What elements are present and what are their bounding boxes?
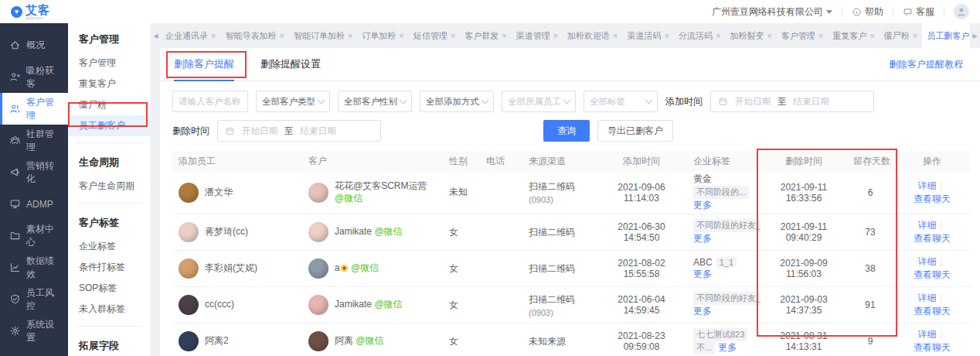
divider: | — [940, 180, 942, 191]
customer-gender-select[interactable]: 全部客户性别 — [338, 91, 412, 112]
nav-section-title: 拓展字段 — [68, 333, 150, 356]
help-button[interactable]: 帮助 — [852, 5, 883, 19]
sidebar-item-staff-risk[interactable]: 员工风控 — [0, 283, 68, 315]
workspace-tab[interactable]: 僵尸粉× — [880, 23, 922, 48]
export-deleted-button[interactable]: 导出已删客户 — [597, 120, 673, 142]
close-icon[interactable]: × — [716, 32, 720, 40]
add-time-cell: 2021-09-06 11:14:03 — [596, 171, 687, 214]
more-tags-link[interactable]: 更多 — [718, 342, 737, 353]
source-sub-text: (0903) — [529, 195, 590, 204]
app-window: { "header": { "logo_text": "艾客", "logo_s… — [0, 0, 980, 356]
workspace-tab[interactable]: 企业通讯录× — [161, 23, 220, 48]
sidebar-item-system-settings[interactable]: 系统设置 — [0, 315, 68, 347]
detail-link[interactable]: 详细 — [917, 180, 936, 191]
close-icon[interactable]: × — [348, 32, 352, 40]
column-header: 电话 — [480, 151, 522, 171]
workspace-tab[interactable]: 客户群发× — [460, 23, 511, 48]
workspace-tab[interactable]: 订单加粉× — [357, 23, 408, 48]
nav-item-sop-tags[interactable]: SOP标签 — [68, 278, 150, 299]
close-icon[interactable]: × — [913, 32, 917, 40]
sidebar-item-admp[interactable]: ADMP — [0, 188, 68, 220]
tabs-scroll-left-icon[interactable]: ◀ — [151, 23, 161, 48]
nav-item-customer-mgmt[interactable]: 客户管理 — [68, 53, 150, 74]
detail-link[interactable]: 详细 — [917, 293, 936, 303]
tab-bar: ◀ 企业通讯录×智能导表加粉×智能订单加粉×订单加粉×短信管理×客户群发×渠道管… — [151, 23, 980, 48]
delete-time-label: 删除时间 — [172, 125, 209, 138]
workspace-tab[interactable]: 重复客户× — [828, 23, 879, 48]
workspace-tab[interactable]: 员工删客户× — [922, 23, 970, 48]
close-icon[interactable]: × — [502, 32, 506, 40]
close-icon[interactable]: × — [553, 32, 558, 40]
close-icon[interactable]: × — [767, 32, 771, 40]
view-chat-link[interactable]: 查看聊天 — [914, 306, 951, 317]
company-switcher[interactable]: 广州壹豆网络科技有限公司 — [712, 5, 832, 19]
close-icon[interactable]: × — [399, 32, 403, 40]
sidebar-item-customer-mgmt[interactable]: 客户管理 — [0, 93, 68, 125]
nav-item-staff-deleted-customers[interactable]: 员工删客户 — [68, 115, 150, 136]
chevron-down-icon — [318, 97, 325, 104]
sidebar-item-marketing[interactable]: 营销转化 — [0, 156, 68, 188]
sidebar-item-overview[interactable]: 概况 — [0, 29, 68, 61]
avatar — [308, 331, 328, 351]
workspace-tab[interactable]: 智能导表加粉× — [220, 23, 288, 48]
workspace-tab[interactable]: 加粉裂变× — [725, 23, 776, 48]
nav-item-customer-lifecycle[interactable]: 客户生命周期 — [68, 176, 150, 197]
detail-link[interactable]: 详细 — [917, 220, 936, 231]
user-avatar[interactable] — [954, 4, 969, 19]
owner-staff-select[interactable]: 全部所属员工 — [502, 91, 576, 112]
more-tags-link[interactable]: 更多 — [693, 306, 712, 317]
wechat-badge: @微信 — [356, 335, 383, 346]
workspace-tab[interactable]: 渠道活码× — [623, 23, 674, 48]
add-time-label: 添加时间 — [665, 95, 703, 108]
customer-name: 阿离 @微信 — [335, 335, 384, 347]
delete-time-range-picker[interactable]: 开始日期 至 结束日期 — [217, 120, 381, 142]
workspace-tab[interactable]: 短信管理× — [409, 23, 460, 48]
close-icon[interactable]: × — [211, 32, 216, 40]
detail-link[interactable]: 详细 — [917, 329, 936, 340]
calendar-icon — [225, 126, 235, 136]
megaphone-icon — [9, 166, 21, 178]
add-time-range-picker[interactable]: 开始日期 至 结束日期 — [710, 91, 874, 112]
workspace-tab[interactable]: 客户管理× — [777, 23, 828, 48]
detail-link[interactable]: 详细 — [917, 256, 936, 267]
close-icon[interactable]: × — [869, 32, 874, 40]
workspace-tab[interactable]: 渠道管理× — [512, 23, 563, 48]
close-icon[interactable]: × — [613, 32, 618, 40]
nav-item-condition-tags[interactable]: 条件打标签 — [68, 257, 150, 278]
view-chat-link[interactable]: 查看聊天 — [914, 269, 951, 280]
view-chat-link[interactable]: 查看聊天 — [914, 233, 951, 244]
tab-reminder-settings[interactable]: 删除提醒设置 — [260, 48, 321, 80]
customer-service-button[interactable]: 客服 — [903, 5, 934, 19]
customer-type-select[interactable]: 全部客户类型 — [256, 91, 330, 112]
more-tags-link[interactable]: 更多 — [693, 233, 712, 244]
nav-item-not-in-group-tags[interactable]: 未入群标签 — [68, 299, 150, 320]
search-button[interactable]: 查询 — [543, 120, 590, 142]
tab-delete-reminder[interactable]: 删除客户提醒 — [174, 48, 234, 80]
sidebar-item-community-mgmt[interactable]: 社群管理 — [0, 125, 68, 156]
more-tags-link[interactable]: 更多 — [693, 269, 712, 279]
nav-item-corp-tags[interactable]: 企业标签 — [68, 236, 150, 257]
add-time-cell: 2021-08-23 09:59:08 — [596, 323, 687, 356]
nav-item-zombie-fans[interactable]: 僵尸粉 — [68, 94, 150, 115]
add-method-select[interactable]: 全部添加方式 — [420, 91, 494, 112]
view-chat-link[interactable]: 查看聊天 — [914, 342, 951, 353]
sidebar-item-data-performance[interactable]: 数据绩效 — [0, 252, 68, 283]
close-icon[interactable]: × — [818, 32, 823, 40]
chevron-down-icon — [645, 97, 653, 104]
view-chat-link[interactable]: 查看聊天 — [914, 193, 951, 204]
customer-name-input[interactable] — [172, 91, 248, 112]
close-icon[interactable]: × — [665, 32, 669, 40]
employee-cell: 蒋梦琦(cc) — [172, 214, 302, 251]
sidebar-item-material-center[interactable]: 素材中心 — [0, 220, 68, 252]
workspace-tab[interactable]: 加粉欢迎语× — [563, 23, 622, 48]
tutorial-link[interactable]: 删除客户提醒教程 — [889, 48, 963, 80]
tabs-scroll-right-icon[interactable]: ▶ — [970, 23, 980, 48]
more-tags-link[interactable]: 更多 — [693, 200, 712, 211]
tag-select[interactable]: 全部标签 — [584, 91, 658, 112]
workspace-tab[interactable]: 智能订单加粉× — [289, 23, 357, 48]
close-icon[interactable]: × — [451, 32, 455, 40]
close-icon[interactable]: × — [279, 32, 284, 40]
sidebar-item-attract-fans[interactable]: 吸粉获客 — [0, 61, 68, 93]
nav-item-duplicate-customers[interactable]: 重复客户 — [68, 74, 150, 94]
workspace-tab[interactable]: 分流活码× — [674, 23, 725, 48]
